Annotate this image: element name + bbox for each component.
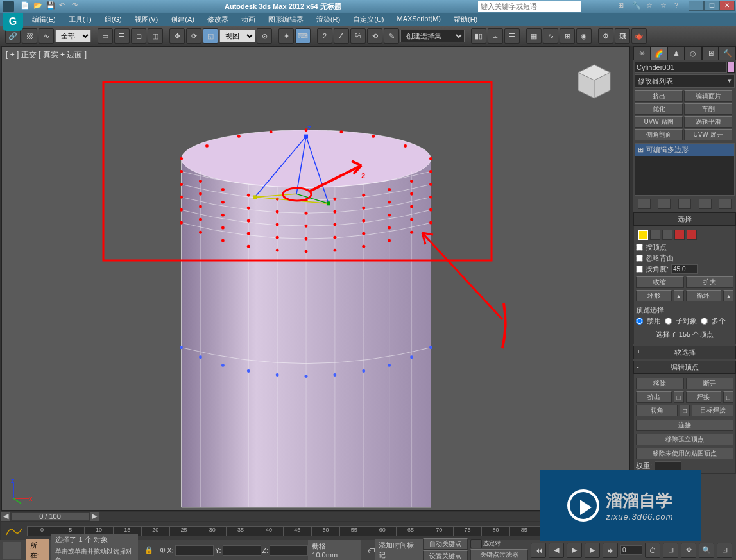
ignore-backfacing-checkbox[interactable] xyxy=(636,255,643,262)
favorites-icon[interactable]: ☆ xyxy=(646,1,656,12)
time-prev-button[interactable]: ◀ xyxy=(1,512,10,521)
stack-item-editable-poly[interactable]: ⊞ 可编辑多边形 xyxy=(635,144,734,156)
schematic-icon[interactable]: ⊞ xyxy=(560,28,575,44)
btn-editpatch[interactable]: 编辑面片 xyxy=(684,90,732,102)
btn-extrude[interactable]: 挤出 xyxy=(635,90,683,102)
curve-editor-icon[interactable]: ∿ xyxy=(543,28,558,44)
spinner-snap-icon[interactable]: ⟲ xyxy=(367,28,382,44)
preview-off-radio[interactable] xyxy=(636,318,643,325)
open-icon[interactable]: 📂 xyxy=(33,1,44,12)
set-key-button[interactable]: 设置关键点 xyxy=(423,550,468,560)
viewport-nav2-icon[interactable]: ✥ xyxy=(681,543,696,558)
subobj-element-icon[interactable] xyxy=(687,230,697,240)
material-editor-icon[interactable]: ◉ xyxy=(576,28,592,44)
modify-tab-icon[interactable]: 🌈 xyxy=(651,46,668,60)
goto-start-icon[interactable]: ⏮ xyxy=(531,543,546,558)
help-icon[interactable]: ? xyxy=(674,1,685,12)
weight-input[interactable] xyxy=(655,461,681,471)
time-next-button[interactable]: ▶ xyxy=(90,512,99,521)
minimize-button[interactable]: – xyxy=(689,1,704,11)
graphite-icon[interactable]: ▦ xyxy=(526,28,542,44)
viewport-nav4-icon[interactable]: ⊡ xyxy=(717,543,732,558)
snap-2d-icon[interactable]: 2 xyxy=(317,28,332,44)
render-icon[interactable]: 🫖 xyxy=(631,28,647,44)
manipulate-icon[interactable]: ✦ xyxy=(278,28,294,44)
remove-button[interactable]: 移除 xyxy=(636,378,684,389)
menu-edit[interactable]: 编辑(E) xyxy=(26,13,62,26)
use-pivot-center-icon[interactable]: ⊙ xyxy=(257,28,272,44)
loop-button[interactable]: 循环 xyxy=(686,290,722,301)
next-frame-icon[interactable]: ▶ xyxy=(585,543,600,558)
select-by-name-icon[interactable]: ☰ xyxy=(114,28,130,44)
select-move-icon[interactable]: ✥ xyxy=(169,28,185,44)
utilities-tab-icon[interactable]: 🔨 xyxy=(719,46,736,60)
comm-icon[interactable]: 🔧 xyxy=(632,1,642,12)
rollout-editverts-header[interactable]: -编辑顶点 xyxy=(633,361,736,374)
by-angle-checkbox[interactable] xyxy=(636,266,643,273)
extrude-settings[interactable]: □ xyxy=(674,391,684,403)
select-rotate-icon[interactable]: ⟳ xyxy=(186,28,201,44)
redo-icon[interactable]: ↷ xyxy=(72,1,82,12)
z-input[interactable] xyxy=(270,545,308,556)
viewport-nav3-icon[interactable]: 🔍 xyxy=(699,543,714,558)
viewcube[interactable] xyxy=(572,60,617,105)
close-button[interactable]: ✕ xyxy=(719,1,735,11)
layers-icon[interactable]: ☰ xyxy=(504,28,520,44)
mirror-icon[interactable]: ▮▯ xyxy=(471,28,486,44)
configure-sets-icon[interactable] xyxy=(719,199,732,209)
angle-input[interactable] xyxy=(671,264,698,274)
chamfer-button[interactable]: 切角 xyxy=(636,405,678,416)
btn-turbosmooth[interactable]: 涡轮平滑 xyxy=(684,116,732,128)
menu-animation[interactable]: 动画 xyxy=(235,13,262,26)
menu-views[interactable]: 视图(V) xyxy=(128,13,165,26)
play-icon[interactable]: ▶ xyxy=(567,543,582,558)
subobj-polygon-icon[interactable] xyxy=(674,230,685,240)
named-selection-combo[interactable]: 创建选择集 xyxy=(400,30,465,42)
menu-rendering[interactable]: 渲染(R) xyxy=(310,13,347,26)
help-search-input[interactable] xyxy=(478,1,581,12)
add-time-tag[interactable]: 添加时间标记 xyxy=(375,539,423,561)
menu-group[interactable]: 组(G) xyxy=(98,13,128,26)
viewport-nav1-icon[interactable]: ⊞ xyxy=(663,543,678,558)
btn-optimize[interactable]: 优化 xyxy=(635,103,683,115)
viewport[interactable]: [ + ] 正交 [ 真实 + 边面 ] xyxy=(1,46,630,511)
application-button[interactable] xyxy=(3,13,23,31)
btn-uvwunwrap[interactable]: UVW 展开 xyxy=(684,129,732,140)
extrude-button[interactable]: 挤出 xyxy=(636,391,672,403)
weld-settings[interactable]: □ xyxy=(723,391,733,403)
menu-create[interactable]: 创建(A) xyxy=(164,13,201,26)
weld-button[interactable]: 焊接 xyxy=(686,391,722,403)
ring-spin[interactable]: ▴ xyxy=(674,290,684,301)
subobj-border-icon[interactable] xyxy=(662,230,672,240)
remove-iso-button[interactable]: 移除孤立顶点 xyxy=(636,434,733,445)
current-frame-input[interactable] xyxy=(620,545,642,555)
menu-help[interactable]: 帮助(H) xyxy=(447,13,484,26)
subobj-vertex-icon[interactable] xyxy=(638,230,648,240)
x-input[interactable] xyxy=(175,545,214,556)
rollout-softsel-header[interactable]: +软选择 xyxy=(633,346,736,359)
infocenter-icon[interactable]: ⊞ xyxy=(618,1,628,12)
break-button[interactable]: 断开 xyxy=(686,378,734,389)
by-vertex-checkbox[interactable] xyxy=(636,244,643,251)
align-icon[interactable]: ⫠ xyxy=(488,28,503,44)
snap-percent-icon[interactable]: % xyxy=(350,28,366,44)
undo-icon[interactable]: ↶ xyxy=(59,1,69,12)
pin-stack-icon[interactable] xyxy=(638,199,651,209)
time-slider[interactable]: 0 / 100 xyxy=(12,513,89,520)
target-weld-button[interactable]: 目标焊接 xyxy=(692,405,733,416)
create-tab-icon[interactable]: ✳ xyxy=(633,46,651,60)
maximize-button[interactable]: ☐ xyxy=(704,1,719,11)
remove-modifier-icon[interactable] xyxy=(699,199,712,209)
object-name-input[interactable] xyxy=(635,62,727,73)
btn-uvwmap[interactable]: UVW 贴图 xyxy=(635,116,683,128)
bind-spacewarp-icon[interactable]: ∿ xyxy=(39,28,54,44)
time-tag-icon[interactable]: 🏷 xyxy=(368,547,375,554)
unlink-icon[interactable]: ⛓ xyxy=(22,28,37,44)
subobj-edge-icon[interactable] xyxy=(650,230,660,240)
selection-filter-combo[interactable]: 全部 xyxy=(55,30,91,42)
menu-customize[interactable]: 自定义(U) xyxy=(347,13,390,26)
goto-end-icon[interactable]: ⏭ xyxy=(603,543,618,558)
new-icon[interactable]: 📄 xyxy=(21,1,31,12)
show-end-result-icon[interactable] xyxy=(658,199,671,209)
btn-bevelprofile[interactable]: 侧角剖面 xyxy=(635,129,683,140)
